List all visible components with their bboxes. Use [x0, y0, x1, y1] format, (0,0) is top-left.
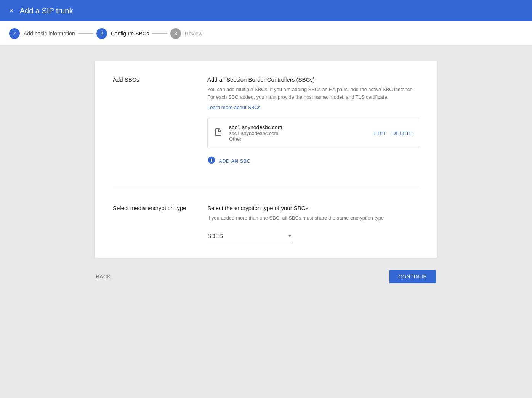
header: × Add a SIP trunk — [0, 0, 532, 21]
add-sbcs-section: Add SBCs Add all Session Border Controll… — [113, 76, 419, 168]
encryption-title: Select the encryption type of your SBCs — [207, 205, 419, 211]
chevron-down-icon: ▾ — [288, 233, 291, 239]
sbc-name: sbc1.anynodesbc.com — [229, 124, 368, 130]
add-sbc-button[interactable]: ADD AN SBC — [207, 154, 251, 168]
delete-sbc-button[interactable]: DELETE — [392, 130, 413, 136]
continue-button[interactable]: CONTINUE — [389, 270, 436, 283]
section-divider — [113, 186, 419, 186]
footer: BACK CONTINUE — [95, 270, 437, 283]
step-1: ✓ Add basic information — [9, 28, 75, 39]
back-button[interactable]: BACK — [96, 274, 111, 279]
content-area: Add SBCs Add all Session Border Controll… — [0, 46, 532, 398]
step-3: 3 Review — [170, 28, 202, 39]
add-sbcs-label: Add SBCs — [113, 76, 189, 168]
step-2: 2 Configure SBCs — [96, 28, 149, 39]
encryption-section: Select media encryption type Select the … — [113, 205, 419, 242]
step-divider-1 — [78, 33, 93, 34]
add-sbcs-desc: You can add multiple SBCs. If you are ad… — [207, 86, 419, 101]
encryption-desc: If you added more than one SBC, all SBCs… — [207, 214, 419, 222]
step-3-circle: 3 — [170, 28, 181, 39]
close-icon[interactable]: × — [9, 7, 14, 14]
learn-more-link[interactable]: Learn more about SBCs — [207, 104, 260, 110]
add-circle-icon — [207, 156, 216, 166]
edit-sbc-button[interactable]: EDIT — [374, 130, 386, 136]
step-3-label: Review — [185, 30, 202, 37]
main-card: Add SBCs Add all Session Border Controll… — [95, 61, 437, 258]
step-1-label: Add basic information — [24, 30, 75, 37]
sbc-document-icon — [214, 128, 223, 139]
sbc-item: sbc1.anynodesbc.com sbc1.anynodesbc.com … — [208, 118, 419, 148]
stepper: ✓ Add basic information 2 Configure SBCs… — [0, 21, 532, 46]
sbc-list: sbc1.anynodesbc.com sbc1.anynodesbc.com … — [207, 118, 419, 148]
sbc-info: sbc1.anynodesbc.com sbc1.anynodesbc.com … — [229, 124, 368, 142]
encryption-dropdown-value: SDES — [207, 233, 288, 239]
page-title: Add a SIP trunk — [20, 6, 73, 15]
step-1-circle: ✓ — [9, 28, 20, 39]
add-sbcs-content: Add all Session Border Controllers (SBCs… — [207, 76, 419, 168]
step-2-circle: 2 — [96, 28, 107, 39]
add-sbcs-title: Add all Session Border Controllers (SBCs… — [207, 76, 419, 83]
sbc-actions: EDIT DELETE — [374, 130, 413, 136]
sbc-type: Other — [229, 136, 368, 142]
encryption-content: Select the encryption type of your SBCs … — [207, 205, 419, 242]
step-divider-2 — [152, 33, 167, 34]
sbc-host: sbc1.anynodesbc.com — [229, 130, 368, 136]
add-sbc-label: ADD AN SBC — [219, 158, 251, 164]
encryption-label: Select media encryption type — [113, 205, 189, 242]
step-2-label: Configure SBCs — [111, 30, 149, 37]
encryption-dropdown-wrapper: SDES ▾ — [207, 229, 419, 242]
encryption-dropdown[interactable]: SDES ▾ — [207, 229, 291, 242]
